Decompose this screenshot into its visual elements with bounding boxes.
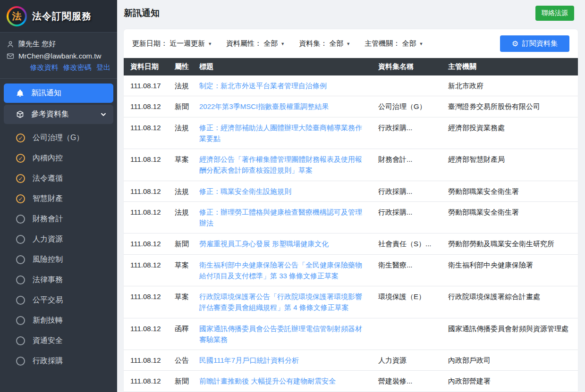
envelope-icon xyxy=(7,52,14,60)
news-dataset xyxy=(373,75,442,96)
news-title-link[interactable]: 行政院環境保護署公告「行政院環境保護署環境影響評估審查委員會組織規程」第 4 條… xyxy=(199,292,362,311)
subscribe-datasets-button[interactable]: 訂閱資料集 xyxy=(500,35,569,52)
news-agency: 新北市政府 xyxy=(442,75,578,96)
circle-icon xyxy=(16,215,25,224)
edit-profile-link[interactable]: 修改資料 xyxy=(30,63,59,71)
news-title-link[interactable]: 修正：經濟部補助法人團體辦理大陸臺商輔導業務作業要點 xyxy=(199,124,362,142)
news-title-link[interactable]: 2022年第3季MSCI指數臺股權重調整結果 xyxy=(199,102,329,110)
news-agency: 衛生福利部中央健康保險署 xyxy=(442,254,578,286)
sidebar-dataset-item[interactable]: 資通安全 xyxy=(4,331,113,351)
sidebar: 法 法令訂閱服務 陳先生 您好 MrChen@lawbank.com.tw 修改… xyxy=(0,0,117,392)
dataset-item-label: 公司治理（G） xyxy=(33,133,84,143)
news-title-cell: 2022年第3季MSCI指數臺股權重調整結果 xyxy=(194,96,373,117)
dataset-item-label: 財務會計 xyxy=(33,214,63,224)
dataset-item-label: 資通安全 xyxy=(33,336,63,346)
news-title-link[interactable]: 修正：職業安全衛生設施規則 xyxy=(199,187,291,195)
news-title-cell: 制定：新北市外送平台業者管理自治條例 xyxy=(194,75,373,96)
news-title-link[interactable]: 國家通訊傳播委員會公告委託辦理電信管制射頻器材審驗業務 xyxy=(199,325,362,343)
sidebar-dataset-item[interactable]: 風險控制 xyxy=(4,250,113,270)
sidebar-dataset-item[interactable]: 內稽內控 xyxy=(4,148,113,168)
news-type: 草案 xyxy=(169,149,194,181)
sidebar-dataset-item[interactable]: 公平交易 xyxy=(4,290,113,310)
filter-update-date[interactable]: 更新日期： 近一週更新 xyxy=(132,39,212,48)
news-type: 法規 xyxy=(169,75,194,96)
news-title-link[interactable]: 前瞻計畫推動後 大幅提升公有建物耐震安全 xyxy=(199,377,336,385)
table-row: 111.08.12 函釋 國家通訊傳播委員會公告委託辦理電信管制射頻器材審驗業務… xyxy=(124,318,578,350)
news-dataset: 環境保護（E） xyxy=(373,286,442,318)
check-circle-icon xyxy=(16,133,25,142)
circle-icon xyxy=(16,235,25,244)
news-type: 函釋 xyxy=(169,318,194,350)
change-password-link[interactable]: 修改密碼 xyxy=(63,63,92,71)
news-date: 111.08.12 xyxy=(124,254,169,286)
news-table-body: 111.08.17 法規 制定：新北市外送平台業者管理自治條例 新北市政府 11… xyxy=(124,75,578,392)
circle-icon xyxy=(16,296,25,305)
filter-attribute[interactable]: 資料屬性： 全部 xyxy=(226,39,285,48)
bell-icon xyxy=(16,89,24,97)
news-dataset: 財務會計... xyxy=(373,149,442,181)
news-title-cell: 前瞻計畫推動後 大幅提升公有建物耐震安全 xyxy=(194,371,373,392)
news-agency: 內政部戶政司 xyxy=(442,350,578,371)
column-header-date: 資料日期 xyxy=(124,58,169,75)
sidebar-dataset-item[interactable]: 法令遵循 xyxy=(4,168,113,189)
column-header-title: 標題 xyxy=(194,58,373,75)
table-row: 111.08.12 草案 行政院環境保護署公告「行政院環境保護署環境影響評估審查… xyxy=(124,286,578,318)
sidebar-item-datasets[interactable]: 參考資料集 xyxy=(4,105,113,124)
sidebar-dataset-item[interactable]: 新創技轉 xyxy=(4,310,113,331)
news-date: 111.08.17 xyxy=(124,75,169,96)
table-row: 111.08.17 法規 制定：新北市外送平台業者管理自治條例 新北市政府 xyxy=(124,75,578,96)
news-type: 法規 xyxy=(169,117,194,149)
circle-icon xyxy=(16,357,25,366)
app-title: 法令訂閱服務 xyxy=(32,10,92,23)
news-title-link[interactable]: 衛生福利部中央健康保險署公告「全民健康保險藥物給付項目及支付標準」第 33 條條… xyxy=(199,261,362,280)
news-type: 新聞 xyxy=(169,96,194,117)
news-agency: 勞動部職業安全衛生署 xyxy=(442,181,578,201)
dataset-item-label: 法律事務 xyxy=(33,275,63,285)
news-type: 法規 xyxy=(169,201,194,234)
logout-link[interactable]: 登出 xyxy=(96,63,110,71)
table-row: 111.08.12 法規 修正：職業安全衛生設施規則 行政採購... 勞動部職業… xyxy=(124,181,578,201)
filter-row: 更新日期： 近一週更新 資料屬性： 全部 資料集： 全部 主管機關： 全部 訂閱… xyxy=(124,29,578,58)
dataset-item-label: 公平交易 xyxy=(33,295,63,305)
sidebar-dataset-item[interactable]: 法律事務 xyxy=(4,270,113,290)
news-title-cell: 行政院環境保護署公告「行政院環境保護署環境影響評估審查委員會組織規程」第 4 條… xyxy=(194,286,373,318)
news-agency: 經濟部投資業務處 xyxy=(442,117,578,149)
sidebar-dataset-item[interactable]: 行政採購 xyxy=(4,351,113,371)
table-row: 111.08.12 公告 民國111年7月戶口統計資料分析 人力資源 內政部戶政… xyxy=(124,350,578,371)
caret-down-icon xyxy=(343,39,350,47)
news-agency: 內政部營建署 xyxy=(442,371,578,392)
news-date: 111.08.12 xyxy=(124,234,169,254)
table-row: 111.08.12 新聞 勞雇重視員工身心發展 形塑職場健康文化 社會責任（S）… xyxy=(124,234,578,254)
sidebar-dataset-item[interactable]: 智慧財產 xyxy=(4,189,113,209)
news-title-link[interactable]: 修正：辦理勞工體格與健康檢查醫療機構認可及管理辦法 xyxy=(199,208,362,227)
contact-lawsource-button[interactable]: 聯絡法源 xyxy=(535,6,574,21)
person-icon xyxy=(7,41,14,48)
news-agency: 經濟部智慧財產局 xyxy=(442,149,578,181)
news-title-link[interactable]: 勞雇重視員工身心發展 形塑職場健康文化 xyxy=(199,240,329,248)
sidebar-item-notifications[interactable]: 新訊通知 xyxy=(4,83,113,103)
table-row: 111.08.12 法規 修正：辦理勞工體格與健康檢查醫療機構認可及管理辦法 行… xyxy=(124,201,578,234)
column-header-agency: 主管機關 xyxy=(442,58,578,75)
news-date: 111.08.12 xyxy=(124,371,169,392)
news-card: 更新日期： 近一週更新 資料屬性： 全部 資料集： 全部 主管機關： 全部 訂閱… xyxy=(124,29,578,392)
topbar: 新訊通知 聯絡法源 xyxy=(117,0,585,24)
sidebar-dataset-item[interactable]: 公司治理（G） xyxy=(4,128,113,148)
news-title-cell: 修正：職業安全衛生設施規則 xyxy=(194,181,373,201)
circle-icon xyxy=(16,255,25,264)
dataset-item-label: 風險控制 xyxy=(33,255,63,265)
filter-dataset[interactable]: 資料集： 全部 xyxy=(299,39,350,48)
news-dataset: 衛生醫療... xyxy=(373,254,442,286)
chevron-down-icon xyxy=(100,111,107,118)
news-type: 草案 xyxy=(169,254,194,286)
sidebar-dataset-item[interactable]: 財務會計 xyxy=(4,209,113,229)
column-header-type: 屬性 xyxy=(169,58,194,75)
news-title-link[interactable]: 制定：新北市外送平台業者管理自治條例 xyxy=(199,82,327,90)
filter-agency[interactable]: 主管機關： 全部 xyxy=(365,39,423,48)
news-agency: 行政院環境保護署綜合計畫處 xyxy=(442,286,578,318)
news-title-link[interactable]: 民國111年7月戶口統計資料分析 xyxy=(199,356,299,364)
news-agency: 臺灣證券交易所股份有限公司 xyxy=(442,96,578,117)
news-title-link[interactable]: 經濟部公告「著作權集體管理團體財務報表及使用報酬分配表會計師查核簽證規則」草案 xyxy=(199,155,362,174)
sidebar-dataset-item[interactable]: 人力資源 xyxy=(4,229,113,250)
dataset-item-label: 法令遵循 xyxy=(33,174,63,183)
news-date: 111.08.12 xyxy=(124,286,169,318)
